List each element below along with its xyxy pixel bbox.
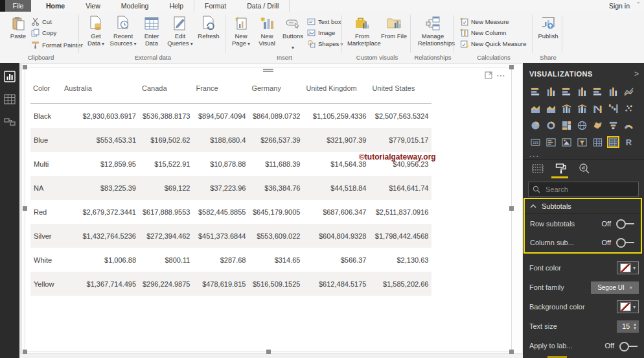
canvas-scrollbar[interactable]: [19, 353, 523, 358]
scatter-chart-icon[interactable]: [623, 102, 635, 114]
line-stacked-column-chart-icon[interactable]: [576, 102, 588, 114]
pie-chart-icon[interactable]: [529, 119, 542, 131]
new-visual-button[interactable]: ✱ New Visual: [253, 15, 281, 47]
slicer-icon[interactable]: [576, 136, 588, 148]
funnel-chart-icon[interactable]: [607, 119, 619, 131]
buttons-icon: [284, 15, 302, 32]
kpi-icon[interactable]: [560, 136, 573, 148]
spinner-arrows-icon[interactable]: ▲▼: [633, 322, 637, 330]
new-measure-button[interactable]: ✱ New Measure: [460, 17, 509, 26]
tab-format[interactable]: [554, 162, 568, 175]
subtotals-header[interactable]: Subtotals: [525, 199, 641, 214]
clustered-column-chart-icon[interactable]: [576, 86, 588, 97]
format-search-box[interactable]: [528, 182, 639, 197]
column-subtotals-setting: Column sub... Off: [525, 233, 641, 252]
table-row: Black$2,930,603.6917$536,388.8173$894,50…: [30, 104, 431, 128]
font-family-select[interactable]: Segoe UI▾: [591, 281, 639, 294]
matrix-icon[interactable]: [607, 136, 619, 148]
sign-in-button[interactable]: Sign in: [609, 0, 630, 12]
shapes-button[interactable]: Shapes: [307, 39, 343, 48]
background-color-picker[interactable]: ▾: [617, 300, 639, 313]
from-marketplace-button[interactable]: From Marketplace: [346, 15, 378, 47]
get-data-button[interactable]: Get Data: [82, 15, 110, 47]
edit-queries-button[interactable]: Edit Queries: [166, 15, 194, 47]
new-quick-measure-button[interactable]: ⚡ New Quick Measure: [460, 39, 527, 48]
tab-analytics[interactable]: [577, 162, 592, 175]
clustered-bar-chart-icon[interactable]: [560, 86, 573, 97]
panel-collapse-icon[interactable]: >: [634, 69, 639, 78]
data-view-icon: [4, 93, 16, 105]
more-visuals-button[interactable]: ...: [529, 150, 540, 159]
copy-button[interactable]: Copy: [31, 28, 56, 37]
more-options-icon[interactable]: [496, 69, 506, 81]
buttons-button[interactable]: Buttons: [279, 15, 307, 52]
treemap-icon[interactable]: [560, 119, 573, 131]
svg-text:R: R: [626, 137, 632, 147]
map-icon[interactable]: [576, 119, 588, 131]
column-subtotals-toggle[interactable]: [616, 238, 636, 246]
resize-handle-bottom-left[interactable]: [23, 350, 27, 354]
resize-handle-left[interactable]: [23, 206, 27, 211]
resize-handle-bottom-right[interactable]: [509, 350, 514, 354]
format-painter-button[interactable]: Format Painter: [31, 40, 83, 49]
text-box-button[interactable]: Text box: [307, 17, 341, 26]
resize-handle-top-right[interactable]: [509, 65, 514, 69]
filled-map-icon[interactable]: [592, 119, 604, 131]
cut-button[interactable]: Cut: [31, 17, 52, 26]
matrix-visual[interactable]: ColorAustraliaCanadaFranceGermanyUnited …: [25, 67, 512, 352]
resize-handle-right[interactable]: [509, 206, 514, 211]
new-column-button[interactable]: ✱ New Column: [460, 28, 506, 37]
focus-mode-icon[interactable]: [485, 71, 492, 79]
tab-fields[interactable]: [531, 162, 545, 175]
search-input[interactable]: [544, 185, 625, 194]
100-stacked-bar-chart-icon[interactable]: [592, 86, 604, 97]
tab-file[interactable]: File: [5, 0, 31, 12]
from-file-button[interactable]: From File: [380, 15, 408, 40]
stacked-area-chart-icon[interactable]: [545, 102, 557, 114]
area-chart-icon[interactable]: [529, 102, 542, 114]
waterfall-chart-icon[interactable]: [607, 102, 619, 114]
recent-sources-button[interactable]: Recent Sources: [109, 15, 137, 47]
line-clustered-column-chart-icon[interactable]: [560, 102, 573, 114]
new-page-button[interactable]: ✱ New Page: [227, 15, 255, 47]
matrix-cell: $266,537.39: [249, 128, 303, 152]
tab-modeling[interactable]: Modeling: [111, 0, 159, 12]
model-view-button[interactable]: [4, 116, 16, 128]
r-script-visual-icon[interactable]: R: [623, 136, 635, 148]
tab-home[interactable]: Home: [36, 0, 75, 12]
matrix-cell: $169,502.62: [139, 128, 193, 152]
apply-to-labels-toggle[interactable]: [619, 342, 639, 350]
card-icon[interactable]: 123: [529, 136, 542, 148]
manage-relationships-button[interactable]: Manage Relationships: [416, 15, 450, 47]
text-size-spinner[interactable]: 15▲▼: [617, 320, 639, 333]
stacked-column-chart-icon[interactable]: [545, 86, 557, 97]
ribbon-chart-icon[interactable]: [592, 102, 604, 114]
report-view-button[interactable]: [4, 71, 16, 82]
data-view-button[interactable]: [4, 93, 16, 105]
stacked-bar-chart-icon[interactable]: [529, 86, 542, 97]
from-marketplace-label: From Marketplace: [347, 33, 377, 47]
multi-row-card-icon[interactable]: [545, 136, 557, 148]
ribbon-collapse-icon[interactable]: ⌃: [636, 1, 641, 8]
tab-view[interactable]: View: [75, 0, 111, 12]
paste-button[interactable]: Paste: [4, 15, 32, 40]
table-icon[interactable]: [592, 136, 604, 148]
refresh-button[interactable]: Refresh: [194, 15, 223, 40]
tab-help[interactable]: Help: [159, 0, 194, 12]
line-chart-icon[interactable]: [623, 86, 635, 97]
tab-format[interactable]: Format: [194, 0, 236, 12]
row-subtotals-toggle[interactable]: [616, 219, 636, 228]
collapse-chevron-icon: [530, 204, 536, 209]
publish-button[interactable]: Publish: [534, 15, 562, 40]
gauge-icon[interactable]: [623, 119, 635, 131]
100-stacked-column-chart-icon[interactable]: [607, 86, 619, 97]
tab-data-drill[interactable]: Data / Drill: [236, 0, 290, 12]
report-canvas[interactable]: ColorAustraliaCanadaFranceGermanyUnited …: [19, 63, 523, 358]
resize-handle-top-left[interactable]: [23, 65, 27, 69]
font-color-picker[interactable]: ▾: [617, 261, 639, 274]
image-button[interactable]: Image: [307, 28, 335, 37]
visual-drag-grip-icon[interactable]: [263, 68, 273, 73]
enter-data-button[interactable]: Enter Data: [137, 15, 166, 47]
resize-handle-bottom[interactable]: [266, 350, 271, 354]
donut-chart-icon[interactable]: [545, 119, 557, 131]
